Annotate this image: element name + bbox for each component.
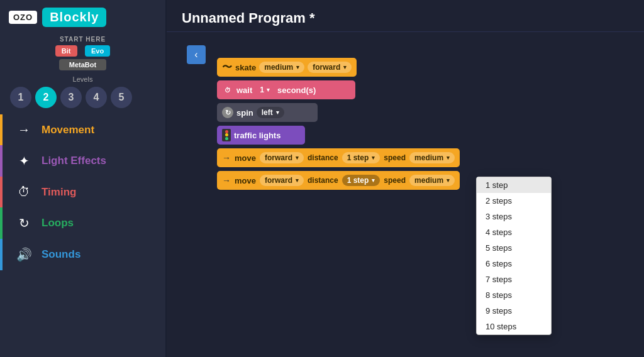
- skate-block: 〜 skate medium ▾ forward ▾: [217, 58, 357, 77]
- spin-icon: ↻: [222, 107, 233, 118]
- levels-label: Levels: [0, 75, 165, 83]
- move2-block-row: → move forward ▾ distance 1 step ▾ speed…: [217, 170, 460, 190]
- dropdown-option-7steps[interactable]: 7 steps: [477, 272, 551, 287]
- chevron-down-icon: ▾: [267, 87, 270, 93]
- device-buttons: Bit Evo MetaBot: [0, 45, 165, 70]
- spin-block: ↻ spin left ▾: [217, 103, 318, 122]
- spin-block-row: ↻ spin left ▾: [217, 102, 460, 123]
- move1-block-row: → move forward ▾ distance 1 step ▾ speed…: [217, 148, 460, 168]
- wait-count-dropdown[interactable]: 1 ▾: [255, 85, 274, 95]
- sidebar-item-label: Movement: [42, 124, 94, 136]
- level-1-button[interactable]: 1: [10, 87, 31, 108]
- ozo-logo: OZO: [9, 11, 37, 24]
- dropdown-option-4steps[interactable]: 4 steps: [477, 224, 551, 240]
- canvas-area: 〜 skate medium ▾ forward ▾ ⏱ wait: [167, 32, 644, 357]
- sidebar-item-label: Sounds: [42, 248, 80, 261]
- chevron-down-icon: ▾: [276, 109, 279, 116]
- red-light: [225, 130, 228, 133]
- dropdown-option-1step[interactable]: 1 step: [477, 177, 551, 193]
- move1-block: → move forward ▾ distance 1 step ▾ speed…: [217, 148, 460, 167]
- traffic-lights-block: traffic lights: [217, 126, 305, 145]
- chevron-down-icon: ▾: [343, 64, 347, 70]
- sidebar-item-label: Timing: [42, 186, 76, 199]
- move2-distance-dropdown[interactable]: 1 step ▾: [342, 175, 380, 186]
- dropdown-option-8steps[interactable]: 8 steps: [477, 287, 551, 303]
- move-arrow-icon: →: [222, 175, 231, 185]
- sounds-icon: 🔊: [15, 247, 33, 262]
- wait-block: ⏱ wait 1 ▾ second(s): [217, 80, 355, 99]
- chevron-down-icon: ▾: [296, 155, 299, 161]
- move1-speed-dropdown[interactable]: medium ▾: [409, 152, 455, 163]
- chevron-down-icon: ▾: [447, 155, 450, 161]
- sidebar-item-label: Loops: [42, 217, 74, 229]
- move1-distance-dropdown[interactable]: 1 step ▾: [342, 152, 380, 163]
- chevron-down-icon: ▾: [296, 177, 299, 184]
- main-area: Unnamed Program * ‹ 〜 skate medium ▾ for…: [167, 0, 644, 357]
- movement-icon: →: [15, 123, 33, 137]
- light-effects-icon: ✦: [15, 153, 33, 168]
- move1-direction-dropdown[interactable]: forward ▾: [260, 152, 304, 163]
- wait-block-row: ⏱ wait 1 ▾ second(s): [217, 80, 460, 100]
- chevron-down-icon: ▾: [372, 155, 375, 161]
- skate-speed-dropdown[interactable]: medium ▾: [259, 62, 304, 73]
- sidebar: OZO Blockly START HERE Bit Evo MetaBot L…: [0, 0, 167, 357]
- skate-wave-icon: 〜: [222, 61, 232, 74]
- level-4-button[interactable]: 4: [86, 87, 107, 108]
- move-arrow-icon: →: [222, 153, 231, 163]
- traffic-lights-block-row: traffic lights: [217, 125, 460, 145]
- sidebar-item-loops[interactable]: ↻ Loops: [0, 207, 165, 239]
- distance-dropdown-menu: 1 step 2 steps 3 steps 4 steps 5 steps 6…: [476, 177, 552, 335]
- green-light: [225, 137, 228, 140]
- level-5-button[interactable]: 5: [111, 87, 132, 108]
- sidebar-item-light-effects[interactable]: ✦ Light Effects: [0, 145, 165, 177]
- dropdown-option-3steps[interactable]: 3 steps: [477, 209, 551, 224]
- level-2-button[interactable]: 2: [35, 87, 57, 108]
- level-3-button[interactable]: 3: [60, 87, 82, 108]
- evo-button[interactable]: Evo: [85, 45, 110, 57]
- sidebar-item-timing[interactable]: ⏱ Timing: [0, 177, 165, 207]
- chevron-down-icon: ▾: [447, 177, 450, 184]
- start-here-label: START HERE: [0, 36, 165, 43]
- move2-block: → move forward ▾ distance 1 step ▾ speed…: [217, 171, 460, 190]
- program-title: Unnamed Program *: [182, 10, 315, 26]
- main-header: Unnamed Program *: [167, 0, 644, 32]
- move2-direction-dropdown[interactable]: forward ▾: [260, 175, 304, 186]
- dropdown-option-5steps[interactable]: 5 steps: [477, 240, 551, 256]
- move2-speed-dropdown[interactable]: medium ▾: [409, 175, 455, 186]
- bit-evo-row: Bit Evo: [55, 45, 110, 57]
- metabot-button[interactable]: MetaBot: [59, 59, 106, 70]
- sidebar-item-movement[interactable]: → Movement: [0, 114, 165, 145]
- bit-button[interactable]: Bit: [55, 45, 77, 57]
- timing-icon: ⏱: [15, 185, 33, 199]
- sidebar-item-sounds[interactable]: 🔊 Sounds: [0, 239, 165, 270]
- skate-block-row: 〜 skate medium ▾ forward ▾: [217, 57, 460, 77]
- sidebar-item-label: Light Effects: [42, 155, 106, 167]
- dropdown-option-10steps[interactable]: 10 steps: [477, 319, 551, 334]
- blockly-logo: Blockly: [42, 8, 106, 27]
- skate-direction-dropdown[interactable]: forward ▾: [308, 62, 352, 73]
- wait-icon: ⏱: [222, 84, 233, 96]
- spin-direction-dropdown[interactable]: left ▾: [257, 107, 284, 118]
- logo-area: OZO Blockly: [0, 0, 165, 32]
- level-buttons: 1 2 3 4 5: [0, 87, 165, 108]
- dropdown-option-9steps[interactable]: 9 steps: [477, 303, 551, 319]
- chevron-down-icon: ▾: [296, 64, 299, 70]
- loops-icon: ↻: [15, 216, 33, 231]
- yellow-light: [225, 133, 228, 136]
- dropdown-option-2steps[interactable]: 2 steps: [477, 193, 551, 209]
- chevron-down-icon: ▾: [372, 177, 375, 184]
- traffic-light-icon: [222, 129, 231, 141]
- dropdown-option-6steps[interactable]: 6 steps: [477, 256, 551, 272]
- blocks-container: 〜 skate medium ▾ forward ▾ ⏱ wait: [217, 57, 460, 193]
